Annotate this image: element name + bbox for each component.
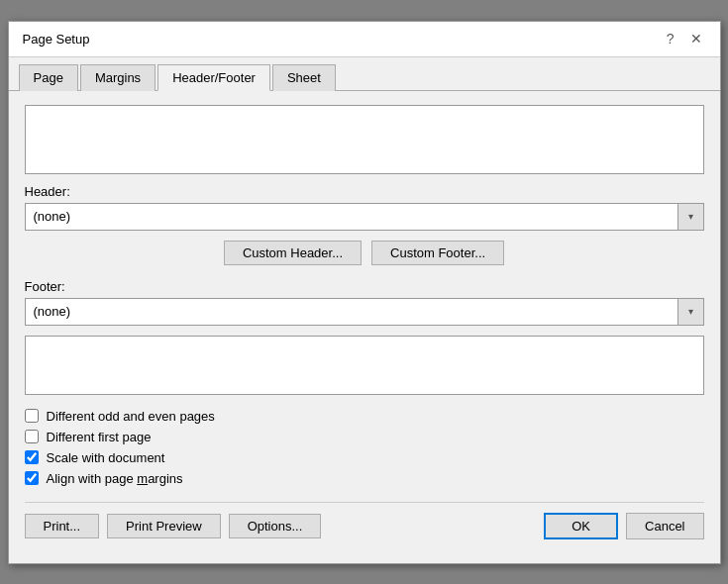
header-label: Header: bbox=[25, 184, 704, 199]
align-checkbox[interactable] bbox=[25, 471, 39, 485]
bottom-right-buttons: OK Cancel bbox=[544, 513, 703, 539]
tabs-container: Page Margins Header/Footer Sheet bbox=[9, 57, 720, 91]
first-page-label[interactable]: Different first page bbox=[47, 430, 152, 444]
footer-select[interactable]: (none) ▾ bbox=[25, 298, 704, 326]
bottom-buttons-row: Print... Print Preview Options... OK Can… bbox=[25, 513, 704, 549]
cancel-button[interactable]: Cancel bbox=[626, 513, 703, 539]
divider bbox=[25, 502, 704, 503]
scale-checkbox[interactable] bbox=[25, 450, 39, 464]
tab-content: Header: (none) ▾ Custom Header... Custom… bbox=[9, 91, 720, 563]
scale-label[interactable]: Scale with document bbox=[47, 450, 165, 465]
custom-header-button[interactable]: Custom Header... bbox=[224, 241, 362, 265]
checkboxes-group: Different odd and even pages Different f… bbox=[25, 409, 704, 486]
first-page-checkbox[interactable] bbox=[25, 430, 39, 443]
header-select[interactable]: (none) ▾ bbox=[25, 203, 704, 231]
title-bar: Page Setup ? ✕ bbox=[9, 22, 720, 57]
custom-buttons-row: Custom Header... Custom Footer... bbox=[25, 241, 704, 265]
bottom-left-buttons: Print... Print Preview Options... bbox=[25, 514, 322, 538]
tab-page[interactable]: Page bbox=[19, 64, 78, 91]
help-button[interactable]: ? bbox=[663, 32, 678, 46]
header-select-value: (none) bbox=[26, 209, 677, 224]
tab-sheet[interactable]: Sheet bbox=[272, 64, 336, 91]
checkbox-first-page: Different first page bbox=[25, 430, 704, 444]
footer-select-value: (none) bbox=[26, 304, 677, 319]
odd-even-checkbox[interactable] bbox=[25, 409, 39, 423]
options-button[interactable]: Options... bbox=[229, 514, 322, 538]
header-dropdown-arrow[interactable]: ▾ bbox=[677, 204, 703, 230]
checkbox-align: Align with page margins bbox=[25, 471, 704, 486]
dialog-title: Page Setup bbox=[23, 32, 90, 47]
margins-underline: m bbox=[137, 471, 148, 486]
footer-label: Footer: bbox=[25, 279, 704, 294]
header-preview-box bbox=[25, 105, 704, 174]
footer-dropdown-arrow[interactable]: ▾ bbox=[677, 299, 703, 325]
tab-margins[interactable]: Margins bbox=[80, 64, 156, 91]
ok-button[interactable]: OK bbox=[544, 513, 618, 539]
checkbox-scale: Scale with document bbox=[25, 450, 704, 465]
close-button[interactable]: ✕ bbox=[686, 32, 706, 46]
page-setup-dialog: Page Setup ? ✕ Page Margins Header/Foote… bbox=[8, 21, 721, 564]
odd-even-label[interactable]: Different odd and even pages bbox=[47, 409, 215, 424]
custom-footer-button[interactable]: Custom Footer... bbox=[371, 241, 504, 265]
print-button[interactable]: Print... bbox=[25, 514, 100, 538]
checkbox-odd-even: Different odd and even pages bbox=[25, 409, 704, 424]
title-bar-controls: ? ✕ bbox=[663, 32, 706, 46]
print-preview-button[interactable]: Print Preview bbox=[107, 514, 221, 538]
tab-header-footer[interactable]: Header/Footer bbox=[157, 64, 270, 91]
align-label[interactable]: Align with page margins bbox=[47, 471, 183, 486]
footer-preview-box bbox=[25, 336, 704, 395]
